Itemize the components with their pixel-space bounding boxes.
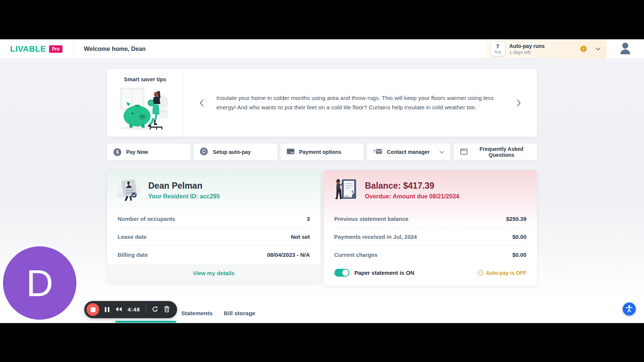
browser-window-icon	[460, 149, 468, 156]
main-content: Smart saver tips	[107, 58, 537, 286]
stop-recording-button[interactable]	[86, 303, 99, 316]
screen-recorder-toolbar: 4:48	[84, 301, 177, 318]
pay-now-label: Pay Now	[126, 149, 148, 155]
statement-tabs: Statements Bill storage	[181, 308, 255, 319]
row-value: 3	[307, 216, 310, 222]
trash-icon	[164, 306, 170, 313]
tab-bill-storage[interactable]: Bill storage	[224, 308, 255, 319]
smart-saver-title: Smart saver tips	[124, 76, 166, 82]
info-cards: Dean Pelman Your Resident ID: acc295 Num…	[107, 170, 537, 286]
setup-autopay-button[interactable]: Setup auto-pay	[194, 144, 277, 160]
faq-button[interactable]: Frequently Asked Questions	[454, 144, 537, 160]
welcome-text: Welcome home, Dean	[84, 46, 146, 52]
pause-button[interactable]	[105, 307, 109, 312]
balance-card: $ Balance: $417.39 Ov	[324, 170, 537, 286]
id-card-illustration	[117, 177, 142, 203]
resident-card-titles: Dean Pelman Your Resident ID: acc295	[148, 181, 220, 200]
calendar-date-chip: 7 Aug	[491, 42, 505, 56]
chevron-down-icon	[440, 151, 444, 153]
tip-text: Insulate your home in colder months usin…	[216, 94, 496, 112]
paper-statement-label: Paper statement is ON	[355, 270, 414, 276]
row-label: Current charges	[334, 252, 378, 258]
rewind-button[interactable]	[115, 307, 122, 313]
row-value: $0.00	[512, 234, 526, 240]
resident-id: Your Resident ID: acc295	[148, 193, 220, 200]
resident-card: Dean Pelman Your Resident ID: acc295 Num…	[107, 170, 321, 283]
app-header: LIVABLE Pro Welcome home, Dean 7 Aug Aut…	[0, 39, 644, 58]
carousel-next-button[interactable]	[515, 98, 523, 108]
calendar-month: Aug	[491, 50, 505, 54]
resident-name: Dean Pelman	[148, 181, 220, 191]
autopay-banner[interactable]: 7 Aug Auto-pay runs 1 days left !	[486, 39, 607, 58]
table-row: Payments received in Jul, 2024 $0.00	[334, 228, 527, 246]
contact-manager-button[interactable]: Contact manager	[367, 144, 450, 160]
brand-logo-text: LIVABLE	[10, 44, 46, 54]
recording-time: 4:48	[128, 307, 140, 313]
balance-card-titles: Balance: $417.39 Overdue: Amount due 08/…	[365, 181, 459, 200]
row-value: 08/04/2023 - N/A	[267, 252, 310, 258]
letterbox-top	[0, 0, 644, 39]
pause-icon	[105, 307, 109, 312]
table-row: Lease date Not set	[118, 228, 310, 246]
toggle-knob	[342, 270, 349, 276]
chevron-down-icon[interactable]	[596, 48, 601, 51]
warning-icon: !	[580, 46, 587, 52]
carousel-prev-button[interactable]	[198, 98, 205, 108]
row-value: Not set	[291, 234, 310, 240]
quick-actions: $ Pay Now Setup auto-pay	[107, 144, 537, 160]
calendar-day: 7	[491, 43, 505, 50]
row-value: $0.00	[512, 252, 526, 258]
stop-icon	[91, 307, 95, 312]
table-row: Billing date 08/04/2023 - N/A	[118, 246, 310, 264]
row-label: Lease date	[118, 234, 147, 240]
contact-manager-label: Contact manager	[387, 149, 429, 155]
payment-options-label: Payment options	[299, 149, 341, 155]
balance-rows: Previous statement balance $250.39 Payme…	[324, 209, 537, 264]
banner-subtitle: 1 days left	[509, 50, 545, 55]
pay-now-button[interactable]: $ Pay Now	[107, 144, 190, 160]
avatar-letter: D	[26, 262, 53, 305]
restart-button[interactable]	[152, 306, 158, 314]
screen-recorder-avatar-bubble[interactable]: D	[3, 246, 76, 320]
smart-saver-panel: Smart saver tips	[107, 69, 183, 137]
svg-text:$: $	[352, 190, 353, 194]
balance-amount: Balance: $417.39	[365, 181, 459, 191]
user-avatar[interactable]	[607, 39, 644, 58]
app-window: LIVABLE Pro Welcome home, Dean 7 Aug Aut…	[0, 39, 644, 323]
view-details-footer[interactable]: View my details	[107, 264, 321, 283]
paper-statement-toggle[interactable]	[334, 269, 349, 277]
delete-recording-button[interactable]	[164, 306, 170, 313]
overdue-text: Overdue: Amount due 08/21/2024	[365, 193, 459, 200]
paper-statement-row: Paper statement is ON Auto-pay is OFF	[324, 264, 537, 286]
setup-autopay-label: Setup auto-pay	[213, 149, 250, 155]
letterbox-bottom	[0, 323, 644, 362]
envelope-icon	[373, 149, 382, 156]
balance-card-header: $ Balance: $417.39 Ov	[324, 170, 537, 209]
row-label: Previous statement balance	[334, 216, 408, 222]
toolbar-divider	[146, 305, 146, 314]
credit-card-icon	[287, 149, 294, 155]
rewind-icon	[115, 307, 122, 313]
brand-logo[interactable]: LIVABLE Pro	[10, 44, 63, 54]
active-tab-indicator	[115, 321, 176, 323]
accessibility-widget-button[interactable]	[623, 302, 636, 316]
banner-texts: Auto-pay runs 1 days left	[509, 43, 545, 55]
table-row: Number of occupants 3	[118, 210, 310, 228]
screen: { "header": { "logo": "LIVABLE", "logo_b…	[0, 0, 644, 362]
tips-carousel: Insulate your home in colder months usin…	[183, 69, 537, 137]
autopay-status-label: Auto-pay is OFF	[486, 270, 526, 276]
banner-title: Auto-pay runs	[509, 43, 545, 49]
tab-statements[interactable]: Statements	[181, 308, 213, 319]
payment-options-button[interactable]: Payment options	[280, 144, 364, 160]
header-divider	[74, 43, 74, 55]
row-label: Billing date	[118, 252, 148, 258]
smart-saver-card: Smart saver tips	[107, 69, 537, 137]
accessibility-icon	[625, 305, 633, 314]
view-my-details-link[interactable]: View my details	[193, 270, 234, 276]
resident-card-header: Dean Pelman Your Resident ID: acc295	[107, 170, 321, 209]
person-icon	[620, 42, 631, 56]
restart-icon	[152, 306, 158, 314]
piggy-bank-illustration	[115, 82, 175, 131]
statement-illustration: $	[334, 177, 358, 203]
refresh-icon	[200, 147, 208, 156]
